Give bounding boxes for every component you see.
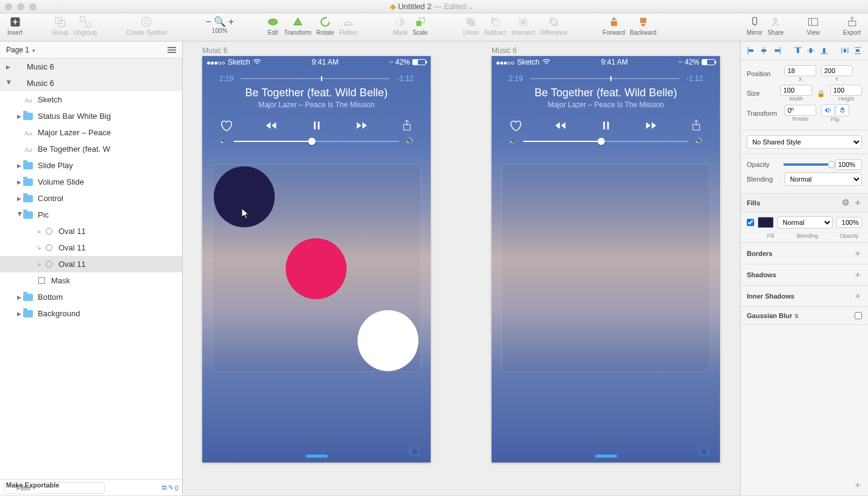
pause-icon[interactable] — [599, 119, 613, 132]
rotate-button[interactable]: Rotate — [314, 16, 336, 36]
artboard-music-1[interactable]: Sketch 9:41 AM ⌔ 42% 2:19 -1:12 Be Toget… — [202, 56, 431, 462]
mask-button[interactable]: Mask — [390, 16, 410, 36]
zoom-out-button[interactable]: − — [205, 16, 211, 27]
align-top-button[interactable] — [792, 45, 803, 56]
next-track-icon[interactable] — [355, 119, 369, 132]
layer-row[interactable]: ▶Music 6 — [0, 75, 182, 91]
share-icon[interactable] — [690, 119, 703, 132]
group-button[interactable]: Group — [49, 16, 71, 36]
fill-color-swatch[interactable] — [758, 217, 774, 228]
rotate-input[interactable] — [785, 105, 816, 116]
fill-opacity-input[interactable] — [836, 217, 862, 228]
next-track-icon[interactable] — [644, 119, 658, 132]
volume-slider[interactable] — [523, 141, 688, 142]
oval-pink[interactable] — [286, 238, 347, 299]
pos-x-input[interactable] — [785, 65, 816, 76]
zoom-window-icon[interactable] — [29, 3, 37, 10]
align-right-button[interactable] — [772, 45, 783, 56]
artboard-label-1[interactable]: Music 6 — [202, 46, 227, 55]
disclosure-triangle-icon[interactable]: ▶ — [6, 64, 12, 70]
opacity-slider[interactable] — [783, 163, 831, 166]
disclosure-triangle-icon[interactable]: ▶ — [17, 311, 23, 317]
oval-dark[interactable] — [214, 166, 275, 227]
union-button[interactable]: Union — [460, 16, 481, 36]
distribute-h-button[interactable] — [839, 45, 850, 56]
opacity-value-input[interactable] — [835, 159, 862, 170]
edit-button[interactable]: Edit — [264, 16, 281, 36]
add-fill-button[interactable]: ＋ — [853, 197, 862, 208]
flatten-button[interactable]: Flatten — [337, 16, 361, 36]
borders-section[interactable]: Borders＋ — [741, 243, 868, 264]
layer-row[interactable]: ▶Slide Play — [0, 157, 182, 174]
disclosure-triangle-icon[interactable]: ▶ — [17, 212, 23, 218]
playback-progress[interactable] — [530, 78, 679, 79]
close-window-icon[interactable] — [5, 3, 12, 10]
share-button[interactable]: Share — [765, 16, 786, 36]
create-symbol-button[interactable]: Create Symbol — [124, 16, 169, 36]
page-list-icon[interactable] — [168, 47, 176, 53]
fills-settings-icon[interactable]: ⚙ — [842, 197, 850, 208]
shared-style-select[interactable]: No Shared Style — [747, 135, 862, 149]
transform-button[interactable]: Transform — [281, 16, 314, 36]
difference-button[interactable]: Difference — [537, 16, 570, 36]
artboard-label-2[interactable]: Music 6 — [492, 46, 517, 55]
layer-row[interactable]: ▶Background — [0, 305, 182, 322]
make-exportable-section[interactable]: Make Exportable＋ — [740, 475, 868, 496]
disclosure-triangle-icon[interactable]: ▶ — [17, 196, 23, 202]
prev-track-icon[interactable] — [264, 119, 278, 132]
prev-track-icon[interactable] — [554, 119, 567, 132]
camera-icon[interactable] — [408, 444, 422, 456]
width-input[interactable] — [780, 85, 812, 96]
heart-icon[interactable] — [219, 119, 233, 132]
traffic-lights[interactable] — [5, 3, 37, 10]
intersect-button[interactable]: Intersect — [509, 16, 537, 36]
layer-row[interactable]: ▶Bottom — [0, 289, 182, 305]
align-center-v-button[interactable] — [806, 45, 817, 56]
insert-button[interactable]: Insert — [5, 16, 25, 36]
playback-progress[interactable] — [241, 78, 389, 79]
page-selector[interactable]: Page 1 ▾ — [0, 41, 182, 58]
disclosure-triangle-icon[interactable]: ▶ — [17, 163, 23, 169]
layer-row[interactable]: ▶Volume Slide — [0, 174, 182, 190]
camera-icon[interactable] — [697, 444, 711, 456]
add-shadow-button[interactable]: ＋ — [853, 269, 862, 280]
subtract-button[interactable]: Subtract — [481, 16, 509, 36]
layer-row[interactable]: ▶Music 6 — [0, 58, 182, 75]
layer-row[interactable]: ▶Pic — [0, 207, 182, 223]
flip-h-button[interactable] — [821, 104, 834, 116]
shadows-section[interactable]: Shadows＋ — [741, 264, 868, 286]
inner-shadows-section[interactable]: Inner Shadows＋ — [741, 286, 868, 307]
zoom-control[interactable]: − 🔍 + 100% — [205, 16, 234, 34]
blur-enabled-checkbox[interactable] — [855, 312, 862, 319]
add-inner-shadow-button[interactable]: ＋ — [853, 291, 862, 302]
fill-enabled-checkbox[interactable] — [747, 219, 754, 226]
align-center-h-button[interactable] — [759, 45, 770, 56]
view-button[interactable]: View — [805, 16, 823, 36]
align-bottom-button[interactable] — [819, 45, 830, 56]
layer-row[interactable]: Mask — [0, 272, 182, 289]
scale-button[interactable]: Scale — [410, 16, 430, 36]
mirror-button[interactable]: Mirror — [744, 16, 765, 36]
zoom-in-button[interactable]: + — [228, 16, 234, 27]
disclosure-triangle-icon[interactable]: ▶ — [6, 80, 12, 87]
disclosure-triangle-icon[interactable]: ▶ — [17, 113, 23, 119]
backward-button[interactable]: Backward — [627, 16, 659, 36]
add-border-button[interactable]: ＋ — [853, 248, 862, 259]
disclosure-triangle-icon[interactable]: ▶ — [17, 179, 23, 185]
layer-row[interactable]: ↳Oval 11 — [0, 223, 182, 239]
ungroup-button[interactable]: Ungroup — [71, 16, 99, 36]
canvas[interactable]: Music 6 Music 6 Sketch 9:41 AM ⌔ 42% 2 — [183, 41, 740, 496]
minimize-window-icon[interactable] — [17, 3, 24, 10]
layer-row[interactable]: ↳Oval 11 — [0, 256, 182, 272]
magnifier-icon[interactable]: 🔍 — [214, 16, 226, 27]
layer-row[interactable]: ▶Control — [0, 190, 182, 207]
layer-row[interactable]: ↳Oval 11 — [0, 239, 182, 256]
lock-aspect-icon[interactable]: 🔒 — [817, 90, 825, 97]
heart-icon[interactable] — [509, 119, 522, 132]
height-input[interactable] — [830, 85, 862, 96]
artboard-music-2[interactable]: Sketch 9:41 AM ⌔ 42% 2:19 -1:12 Be Toget… — [492, 56, 720, 462]
share-icon[interactable] — [400, 119, 414, 132]
forward-button[interactable]: Forward — [600, 16, 627, 36]
distribute-v-button[interactable] — [852, 45, 863, 56]
export-button[interactable]: Export — [841, 16, 863, 36]
